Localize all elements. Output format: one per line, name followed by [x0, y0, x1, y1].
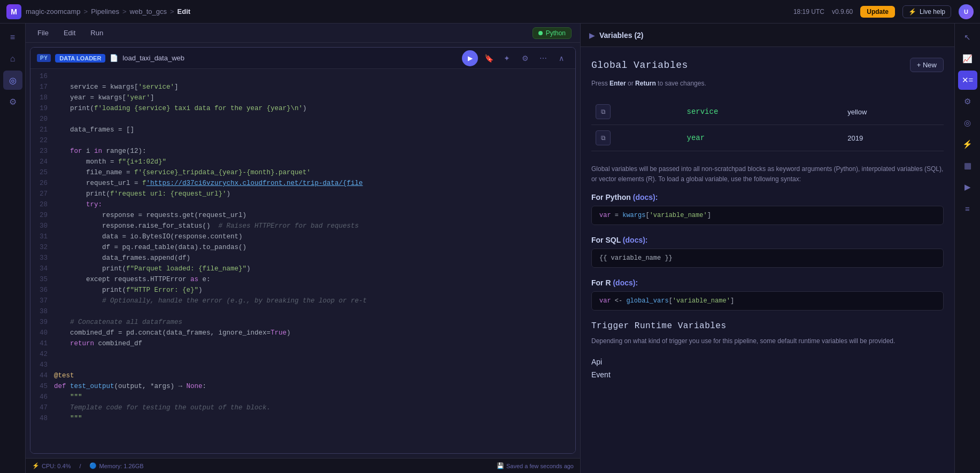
line-content[interactable]: # Optionally, handle the error (e.g., by…	[54, 296, 575, 306]
editor-area: File Edit Run Python PY DATA LOADER 📄 lo…	[26, 24, 580, 473]
saved-status: 💾 Saved a few seconds ago	[497, 462, 574, 469]
line-content[interactable]: print(f"Parquet loaded: {file_name}")	[54, 263, 575, 274]
line-content[interactable]: Template code for testing the output of …	[54, 402, 575, 413]
line-number: 44	[30, 370, 54, 381]
line-content[interactable]: @test	[54, 370, 575, 381]
line-content[interactable]	[54, 135, 575, 146]
save-icon-btn[interactable]: 🔖	[481, 51, 496, 66]
line-content[interactable]: service = kwargs['service']	[54, 82, 575, 92]
block-type-badge: PY	[37, 54, 51, 62]
variables-icon[interactable]: ✕=	[958, 71, 977, 90]
trigger-item: Event	[591, 368, 944, 381]
line-content[interactable]: """	[54, 392, 575, 402]
line-content[interactable]: response = requests.get(request_url)	[54, 210, 575, 221]
line-content[interactable]: def test_output(output, *args) → None:	[54, 381, 575, 392]
cursor-icon[interactable]: ↖	[958, 28, 977, 47]
python-docs-link[interactable]: (docs):	[633, 193, 658, 201]
sliders-icon[interactable]: ≡	[958, 199, 977, 218]
line-content[interactable]: return combined_df	[54, 338, 575, 349]
line-content[interactable]	[54, 306, 575, 317]
update-button[interactable]: Update	[860, 6, 895, 18]
copy-variable-button[interactable]: ⧉	[596, 130, 611, 145]
line-content[interactable]: data_frames.append(df)	[54, 253, 575, 263]
sparkle-icon-btn[interactable]: ✦	[499, 51, 514, 66]
line-content[interactable]: response.raise_for_status() # Raises HTT…	[54, 221, 575, 231]
sidebar-menu-icon[interactable]: ≡	[3, 28, 22, 47]
panel-content: Global Variables + New Press Enter or Re…	[581, 47, 954, 473]
code-line: 22	[30, 135, 575, 146]
line-content[interactable]: request_url = f'https://d37ci6vzurychx.c…	[54, 178, 575, 189]
line-content[interactable]: data = io.BytesIO(response.content)	[54, 231, 575, 242]
collapse-icon-btn[interactable]: ∧	[554, 51, 569, 66]
more-icon-btn[interactable]: ⋯	[536, 51, 551, 66]
line-content[interactable]: file_name = f'{service}_tripdata_{year}-…	[54, 167, 575, 178]
settings-icon-btn[interactable]: ⚙	[518, 51, 533, 66]
line-content[interactable]: year = kwargs['year']	[54, 92, 575, 103]
line-content[interactable]	[54, 360, 575, 370]
line-content[interactable]: except requests.HTTPError as e:	[54, 274, 575, 285]
table-icon[interactable]: ▦	[958, 156, 977, 175]
lightning-icon[interactable]: ⚡	[958, 135, 977, 154]
line-number: 25	[30, 167, 54, 178]
settings-icon[interactable]: ⚙	[958, 92, 977, 111]
line-content[interactable]	[54, 114, 575, 125]
line-content[interactable]	[54, 71, 575, 82]
right-sidebar: ↖📈✕=⚙◎⚡▦▶≡	[954, 24, 980, 473]
line-content[interactable]: for i in range(12):	[54, 146, 575, 157]
code-line: 36 print(f"HTTP Error: {e}")	[30, 285, 575, 296]
copy-variable-button[interactable]: ⧉	[596, 104, 611, 119]
breadcrumb-pipelines[interactable]: Pipelines	[91, 7, 119, 15]
line-number: 29	[30, 210, 54, 221]
panel-chevron-icon[interactable]: ▶	[589, 31, 595, 40]
r-docs-link[interactable]: (docs):	[613, 278, 638, 287]
line-content[interactable]: """	[54, 413, 575, 424]
sql-docs-link[interactable]: (docs):	[623, 236, 648, 244]
line-number: 23	[30, 146, 54, 157]
variables-table: ⧉ service yellow ⧉ year 2019	[591, 99, 944, 151]
line-content[interactable]: df = pq.read_table(data).to_pandas()	[54, 242, 575, 253]
live-help-icon: ⚡	[908, 8, 916, 15]
line-number: 21	[30, 125, 54, 135]
line-number: 48	[30, 413, 54, 424]
line-content[interactable]: try:	[54, 199, 575, 210]
code-line: 43	[30, 360, 575, 370]
breadcrumb: magic-zoomcamp > Pipelines > web_to_gcs …	[26, 7, 190, 15]
new-variable-button[interactable]: + New	[910, 58, 944, 72]
sidebar-home-icon[interactable]: ⌂	[3, 49, 22, 68]
line-content[interactable]: # Concatenate all dataframes	[54, 317, 575, 328]
line-number: 30	[30, 221, 54, 231]
chart-icon[interactable]: 📈	[958, 49, 977, 68]
breadcrumb-project[interactable]: magic-zoomcamp	[26, 7, 81, 15]
nav-right: 18:19 UTC v0.9.60 Update ⚡ Live help U	[793, 4, 974, 19]
line-content[interactable]: combined_df = pd.concat(data_frames, ign…	[54, 328, 575, 338]
cpu-label: CPU: 0.4%	[42, 463, 71, 469]
avatar[interactable]: U	[959, 4, 974, 19]
data-loader-badge: DATA LOADER	[55, 54, 105, 63]
menu-run[interactable]: Run	[87, 27, 106, 39]
trigger-item: Api	[591, 355, 944, 368]
line-content[interactable]: month = f"{i+1:02d}"	[54, 157, 575, 167]
breadcrumb-sep2: >	[122, 7, 127, 15]
menu-edit[interactable]: Edit	[60, 27, 79, 39]
trigger-info: Depending on what kind of trigger you us…	[591, 336, 944, 346]
line-content[interactable]: print(f"HTTP Error: {e}")	[54, 285, 575, 296]
line-content[interactable]: data_frames = []	[54, 125, 575, 135]
line-content[interactable]: print(f'loading {service} taxi data for …	[54, 103, 575, 114]
sidebar-settings-icon[interactable]: ⚙	[3, 92, 22, 111]
sidebar-code-icon[interactable]: ◎	[3, 71, 22, 90]
live-help-button[interactable]: ⚡ Live help	[902, 5, 951, 18]
code-line: 38	[30, 306, 575, 317]
globe-icon[interactable]: ◎	[958, 113, 977, 133]
menu-file[interactable]: File	[34, 27, 52, 39]
line-content[interactable]	[54, 349, 575, 360]
line-content[interactable]: print(f'request url: {request_url}')	[54, 189, 575, 199]
run-button[interactable]: ▶	[462, 50, 478, 66]
terminal-icon[interactable]: ▶	[958, 177, 977, 197]
line-number: 40	[30, 328, 54, 338]
code-editor[interactable]: 1617 service = kwargs['service']18 year …	[30, 69, 575, 453]
line-number: 18	[30, 92, 54, 103]
global-vars-header: Global Variables + New	[591, 58, 944, 72]
code-line: 45def test_output(output, *args) → None:	[30, 381, 575, 392]
breadcrumb-pipeline[interactable]: web_to_gcs	[130, 7, 167, 15]
file-icon: 📄	[110, 54, 118, 62]
